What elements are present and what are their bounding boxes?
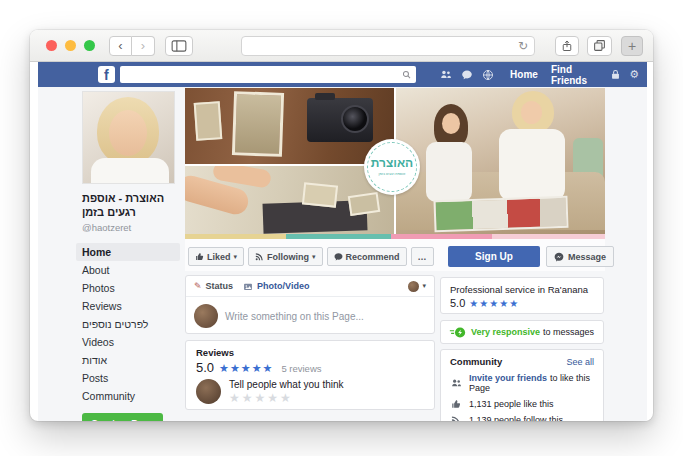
composer-identity-switcher[interactable]: ▾ [408, 281, 426, 292]
privacy-lock-icon[interactable] [610, 69, 621, 80]
reload-icon[interactable]: ↻ [518, 39, 528, 53]
following-label: Following [267, 252, 309, 262]
back-button[interactable]: ‹ [109, 36, 132, 56]
status-composer: ✎ Status Photo/Video ▾ Write something o… [185, 275, 435, 334]
recommend-label: Recommend [346, 252, 400, 262]
invite-friends-link[interactable]: Invite your friends [469, 373, 547, 383]
community-card: Community See all Invite your friendsto … [440, 349, 604, 421]
tabs-icon [593, 39, 606, 52]
badge-subtitle: אוספת רגעים בזמן [379, 172, 406, 175]
service-rating-card: Professional service in Ra'anana 5.0 ★★★… [440, 277, 604, 314]
new-tab-button[interactable]: + [621, 36, 643, 56]
avatar [408, 281, 419, 292]
cover-color-stripe [185, 234, 605, 239]
share-icon [561, 39, 573, 53]
following-rss-icon [255, 252, 264, 261]
community-follows-row: 1,139 people follow this [450, 415, 594, 421]
avatar [194, 304, 218, 328]
sidebar-item-about[interactable]: About [76, 261, 180, 279]
likes-count: 1,131 people like this [469, 399, 554, 409]
cover-photo-old-photos-camera[interactable] [185, 88, 394, 164]
see-all-link[interactable]: See all [566, 357, 594, 367]
message-button[interactable]: Message [546, 246, 614, 267]
messenger-icon [554, 252, 564, 262]
sidebar-menu: Home About Photos Reviews לפרטים נוספים … [76, 243, 180, 405]
profile-photo-shape [109, 110, 147, 156]
people-icon [450, 378, 462, 388]
chevron-down-icon: ▾ [234, 253, 238, 261]
browser-window: ‹ › ↻ + f [30, 30, 653, 421]
sidebar-item-home[interactable]: Home [76, 243, 180, 261]
notifications-globe-icon[interactable] [482, 69, 494, 81]
facebook-header: f Home Find Friends ⚙ [38, 62, 647, 87]
photo-icon [243, 282, 253, 291]
sidebar-item-community[interactable]: Community [76, 387, 180, 405]
sign-up-button[interactable]: Sign Up [448, 246, 540, 267]
review-rating-input[interactable]: ★★★★★ [229, 391, 344, 405]
facebook-logo[interactable]: f [98, 66, 115, 83]
community-title: Community [450, 356, 502, 367]
sidebar-item-photos[interactable]: Photos [76, 279, 180, 297]
badge-ring [367, 142, 417, 192]
follows-count: 1,139 people follow this [469, 415, 563, 421]
share-button[interactable] [555, 36, 579, 56]
cover-photo: האוצרת אוספת רגעים בזמן [185, 88, 605, 239]
traffic-lights [46, 40, 95, 51]
response-bolt-icon [449, 326, 466, 339]
tab-status[interactable]: ✎ Status [194, 281, 233, 291]
page-profile-photo[interactable] [82, 91, 175, 184]
liked-button[interactable]: Liked ▾ [188, 247, 244, 266]
tabs-overview-button[interactable] [587, 36, 612, 56]
cover-photo-mother-daughter-album[interactable] [396, 88, 605, 234]
chevron-down-icon: ▾ [312, 253, 316, 261]
avatar [196, 379, 221, 404]
messages-icon[interactable] [461, 69, 473, 81]
sidebar-item-videos[interactable]: Videos [76, 333, 180, 351]
facebook-home-link[interactable]: Home [510, 69, 538, 80]
message-label: Message [568, 252, 606, 262]
thumb-up-icon [450, 399, 462, 409]
thumb-up-icon [195, 252, 204, 261]
sidebar-item-posts[interactable]: Posts [76, 369, 180, 387]
create-a-page-button[interactable]: Create a Page [82, 413, 163, 421]
forward-button[interactable]: › [132, 36, 155, 56]
minimize-window-button[interactable] [65, 40, 76, 51]
page-logo-badge: האוצרת אוספת רגעים בזמן [364, 139, 420, 195]
rss-icon [450, 415, 462, 421]
sidebar-toggle-button[interactable] [165, 36, 193, 56]
close-window-button[interactable] [46, 40, 57, 51]
chevron-down-icon: ▾ [422, 282, 426, 290]
reviews-section: Reviews 5.0 ★★★★★ 5 reviews Tell people … [185, 340, 435, 410]
service-score: 5.0 [450, 297, 465, 309]
reviews-count-link[interactable]: 5 reviews [281, 363, 321, 374]
liked-label: Liked [207, 252, 231, 262]
sidebar-item-reviews[interactable]: Reviews [76, 297, 180, 315]
tab-photo-video[interactable]: Photo/Video [243, 281, 309, 291]
recommend-button[interactable]: Recommend [327, 247, 407, 266]
community-invite-row: Invite your friendsto like this Page [450, 373, 594, 393]
sidebar-item-more-details[interactable]: לפרטים נוספים [76, 315, 180, 333]
profile-photo-shape [91, 158, 169, 184]
service-text: Professional service in Ra'anana [450, 284, 594, 295]
sidebar-item-odot[interactable]: אודות [76, 351, 180, 369]
friend-requests-icon[interactable] [440, 69, 452, 81]
status-input[interactable]: Write something on this Page... [225, 311, 364, 322]
zoom-window-button[interactable] [84, 40, 95, 51]
review-prompt: Tell people what you think [229, 379, 344, 390]
page-sidebar: האוצרת - אוספת רגעים בזמן @haotzeret Hom… [82, 91, 178, 421]
facebook-search-input[interactable] [120, 66, 416, 83]
address-bar[interactable]: ↻ [241, 36, 535, 56]
status-label: Status [206, 281, 234, 291]
photo-video-label: Photo/Video [257, 281, 309, 291]
search-icon [402, 70, 411, 79]
pencil-icon: ✎ [194, 282, 202, 291]
reviews-title: Reviews [196, 347, 424, 358]
following-button[interactable]: Following ▾ [248, 247, 323, 266]
browser-toolbar: ‹ › ↻ + [30, 30, 653, 62]
page-title[interactable]: האוצרת - אוספת רגעים בזמן [82, 191, 178, 220]
find-friends-link[interactable]: Find Friends [551, 64, 610, 86]
service-stars: ★★★★★ [469, 298, 519, 309]
cover-photo-hands-with-photos[interactable] [185, 166, 394, 234]
settings-gear-icon[interactable]: ⚙ [629, 69, 639, 80]
more-actions-button[interactable]: … [411, 247, 434, 266]
